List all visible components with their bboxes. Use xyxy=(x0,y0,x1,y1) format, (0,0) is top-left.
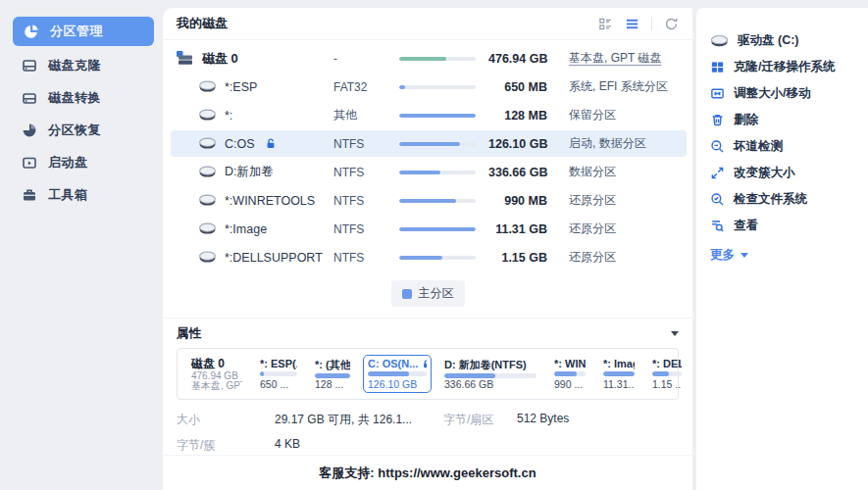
page-title: 我的磁盘 xyxy=(177,15,228,32)
size-label: 大小 xyxy=(177,412,275,428)
sidebar-item-label: 分区管理 xyxy=(50,23,103,40)
type-cell: 保留分区 xyxy=(569,107,616,123)
disk-convert-icon xyxy=(22,90,37,106)
bytes-per-cluster-value: 4 KB xyxy=(275,437,300,454)
size-cell: 650 MB xyxy=(488,80,547,94)
grid-view-icon[interactable] xyxy=(598,17,613,31)
unlock-icon xyxy=(265,137,277,150)
sidebar-item-label: 磁盘转换 xyxy=(48,89,101,107)
usage-bar xyxy=(399,171,476,174)
type-cell: 还原分区 xyxy=(569,220,616,237)
partition-disk-icon xyxy=(198,137,217,150)
filesystem-cell: NTFS xyxy=(333,166,399,179)
type-cell: 系统, EFI 系统分区 xyxy=(569,78,668,95)
bytes-per-cluster-label: 字节/簇 xyxy=(177,437,275,454)
sidebar-item-partition-recovery[interactable]: 分区恢复 xyxy=(0,114,163,146)
filesystem-cell: - xyxy=(333,52,399,66)
action-bad-sector-scan[interactable]: 坏道检测 xyxy=(710,133,868,160)
sidebar-item-label: 分区恢复 xyxy=(48,122,101,139)
action-check-filesystem[interactable]: 检查文件系统 xyxy=(710,186,868,213)
usage-bar xyxy=(399,142,476,146)
size-cell: 126.10 GB xyxy=(488,137,547,151)
size-value: 29.17 GB 可用, 共 126.1... xyxy=(275,412,443,428)
pie-chart-icon xyxy=(24,24,39,39)
sidebar-item-toolbox[interactable]: 工具箱 xyxy=(0,178,163,211)
sidebar-item-disk-convert[interactable]: 磁盘转换 xyxy=(0,81,163,114)
disk-table: 磁盘 0 - 476.94 GB 基本盘, GPT 磁盘 *:ESP FAT32… xyxy=(163,40,692,271)
usage-bar xyxy=(399,85,476,89)
action-clone-os[interactable]: 克隆/迁移操作系统 xyxy=(710,54,868,80)
size-cell: 128 MB xyxy=(488,109,547,122)
more-actions[interactable]: 更多 xyxy=(710,247,868,264)
sidebar-item-label: 工具箱 xyxy=(48,186,88,204)
table-row-image[interactable]: *:Image NTFS 11.31 GB 还原分区 xyxy=(163,215,692,243)
size-cell: 990 MB xyxy=(488,194,547,208)
type-cell: 基本盘, GPT 磁盘 xyxy=(569,50,661,67)
action-view[interactable]: 查看 xyxy=(710,213,868,239)
windows-logo-icon xyxy=(710,60,725,74)
usage-bar xyxy=(399,114,476,118)
disk-map-block-dell[interactable]: *: DEL... 1.15 ... xyxy=(647,355,687,393)
action-change-cluster-size[interactable]: 改变簇大小 xyxy=(710,160,868,186)
disk-map-block-disk0[interactable]: 磁盘 0 476.94 GB 基本盘, GPT ... xyxy=(186,355,247,393)
legend-primary-partition: 主分区 xyxy=(391,280,465,307)
disk-map-block-esp[interactable]: *: ESP(... 650 ... xyxy=(255,355,302,393)
disk-drive-icon xyxy=(177,51,194,66)
action-drive-c[interactable]: 驱动盘 (C:) xyxy=(710,27,868,54)
bad-sector-scan-icon xyxy=(710,139,725,154)
action-resize-move[interactable]: 调整大小/移动 xyxy=(710,80,868,107)
sidebar-item-partition-manage[interactable]: 分区管理 xyxy=(13,17,154,46)
sidebar-item-disk-clone[interactable]: 磁盘克隆 xyxy=(0,49,163,81)
partition-name: D:新加卷 xyxy=(225,164,274,180)
sidebar-item-label: 启动盘 xyxy=(48,154,88,172)
table-row-c-os-selected[interactable]: C:OS NTFS 126.10 GB 启动, 数据分区 xyxy=(163,129,692,158)
partition-name: *:ESP xyxy=(225,80,257,94)
collapse-caret-icon[interactable] xyxy=(671,331,679,336)
table-row-disk0[interactable]: 磁盘 0 - 476.94 GB 基本盘, GPT 磁盘 xyxy=(163,44,692,73)
disk-name: 磁盘 0 xyxy=(202,50,238,68)
type-cell: 启动, 数据分区 xyxy=(569,135,646,152)
disk-clone-icon xyxy=(22,58,37,74)
disk-map-block-other[interactable]: *: (其他) 128 ... xyxy=(310,355,355,393)
partition-name: *:DELLSUPPORT xyxy=(225,251,323,265)
disk-map-block-d[interactable]: D: 新加卷(NTFS) 336.66 GB xyxy=(439,355,541,393)
type-cell: 数据分区 xyxy=(569,164,616,180)
size-cell: 476.94 GB xyxy=(488,52,547,66)
disk-map-block-image[interactable]: *: Imag... 11.31... xyxy=(598,355,639,393)
support-text: 客服支持: https://www.geekersoft.cn xyxy=(319,465,536,482)
table-row-winretools[interactable]: *:WINRETOOLS NTFS 990 MB 还原分区 xyxy=(163,186,692,215)
view-icon xyxy=(710,219,725,233)
filesystem-cell: NTFS xyxy=(333,137,399,151)
disk-map-strip: 磁盘 0 476.94 GB 基本盘, GPT ... *: ESP(... 6… xyxy=(177,348,679,400)
usage-bar xyxy=(399,227,476,231)
boot-disk-icon xyxy=(22,155,37,171)
legend-label: 主分区 xyxy=(419,285,454,302)
filesystem-cell: NTFS xyxy=(333,222,399,236)
unlock-icon xyxy=(422,359,427,369)
sidebar-item-boot-disk[interactable]: 启动盘 xyxy=(0,146,163,178)
size-cell: 336.66 GB xyxy=(488,166,547,179)
table-row-dellsupport[interactable]: *:DELLSUPPORT NTFS 1.15 GB 还原分区 xyxy=(163,243,692,271)
action-delete[interactable]: 删除 xyxy=(710,107,868,133)
drive-disk-icon xyxy=(710,34,729,48)
partition-name: C:OS xyxy=(225,137,255,151)
property-details: 大小 29.17 GB 可用, 共 126.1... 字节/扇区 512 Byt… xyxy=(163,400,692,454)
partition-disk-icon xyxy=(198,109,217,122)
table-row-reserved[interactable]: *: 其他 128 MB 保留分区 xyxy=(163,101,692,129)
partition-recovery-icon xyxy=(22,122,37,138)
usage-bar xyxy=(399,57,476,61)
list-view-icon[interactable] xyxy=(625,17,639,31)
partition-name: *:WINRETOOLS xyxy=(225,194,315,208)
table-row-d-volume[interactable]: D:新加卷 NTFS 336.66 GB 数据分区 xyxy=(163,158,692,186)
disk-map-block-win[interactable]: *: WIN... 990 ... xyxy=(549,355,590,393)
disk-map-block-c-os-selected[interactable]: C: OS(N... 126.10 GB xyxy=(363,355,432,393)
toolbox-icon xyxy=(22,187,37,203)
filesystem-cell: NTFS xyxy=(333,251,399,265)
chevron-down-icon xyxy=(740,253,748,258)
table-row-esp[interactable]: *:ESP FAT32 650 MB 系统, EFI 系统分区 xyxy=(163,73,692,101)
properties-title: 属性 xyxy=(177,325,201,342)
main-panel: 我的磁盘 磁盘 0 - 476.94 GB 基本盘, GPT 磁盘 *:ESP … xyxy=(163,8,692,490)
refresh-icon[interactable] xyxy=(664,17,679,31)
partition-disk-icon xyxy=(198,251,217,264)
filesystem-cell: 其他 xyxy=(333,107,399,123)
